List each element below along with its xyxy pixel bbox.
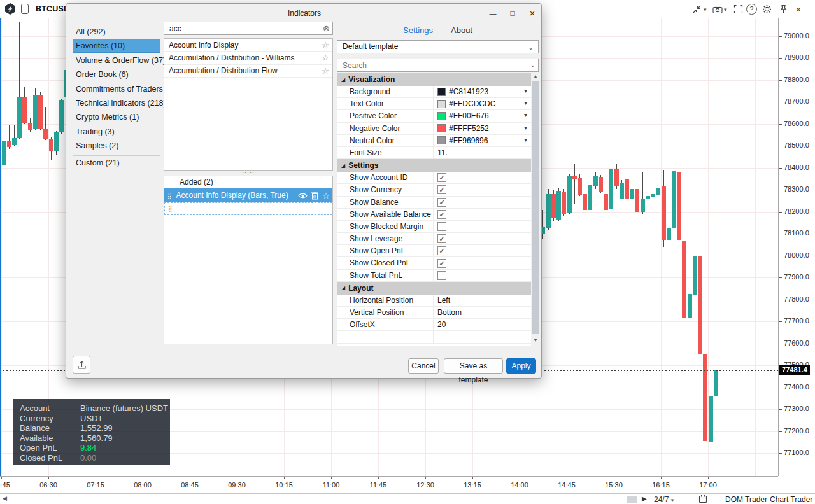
property-row[interactable]: Positive Color#FF00E676▾ (337, 110, 531, 122)
dropdown-caret-icon[interactable]: ▾ (524, 136, 527, 143)
dropdown-caret-icon[interactable]: ▾ (524, 111, 527, 118)
indicator-result-row[interactable]: Account Info Display☆ (164, 39, 332, 52)
apply-button[interactable]: Apply (506, 358, 536, 374)
section-header[interactable]: ◢Layout (337, 282, 531, 295)
property-row[interactable]: Horizontal PositionLeft (337, 295, 531, 307)
property-row[interactable] (337, 331, 531, 343)
delete-trash-icon[interactable] (311, 192, 318, 200)
category-item[interactable]: Volume & OrderFlow (37) (73, 53, 160, 67)
panel-resize-icon[interactable] (691, 4, 702, 15)
category-item[interactable]: Technical indicators (218) (73, 96, 160, 110)
checkbox[interactable]: ✓ (437, 173, 446, 182)
added-indicator-row[interactable]: ⣿ (164, 202, 332, 215)
checkbox[interactable]: ✓ (437, 210, 446, 219)
checkbox[interactable]: ✓ (437, 234, 446, 243)
calendar-icon[interactable] (698, 494, 707, 504)
maximize-button[interactable]: □ (503, 6, 522, 20)
property-row[interactable]: Negative Color#FFFF5252▾ (337, 123, 531, 135)
property-grid-scrollbar[interactable]: ▲ ▼ (532, 72, 539, 344)
dropdown-caret-icon[interactable]: ▾ (524, 124, 527, 131)
checkbox[interactable]: ✓ (437, 246, 446, 255)
scroll-left-icon[interactable]: ◀ (3, 495, 7, 501)
property-row[interactable]: Show Blocked Margin (337, 221, 531, 233)
property-row[interactable]: Show Balance✓ (337, 197, 531, 209)
chart-tab-icon[interactable] (21, 4, 29, 14)
color-swatch[interactable] (437, 100, 446, 108)
cancel-button[interactable]: Cancel (408, 358, 439, 374)
category-item[interactable]: Custom (21) (73, 155, 160, 170)
dom-trader-button[interactable]: DOM Trader (725, 495, 767, 504)
screenshot-icon[interactable] (712, 4, 723, 15)
property-row[interactable]: Show Currency✓ (337, 184, 531, 196)
tab-settings[interactable]: Settings (403, 25, 433, 35)
panel-resize-caret-icon[interactable]: ▾ (704, 6, 707, 13)
color-swatch[interactable] (437, 124, 446, 132)
minimize-button[interactable]: — (483, 6, 502, 20)
drag-handle-icon[interactable]: ⣿ (167, 192, 172, 199)
dialog-close-button[interactable]: × (523, 6, 542, 20)
property-row[interactable]: Background#C8141923▾ (337, 86, 531, 98)
category-item[interactable]: Commitments of Traders (4) (73, 82, 160, 96)
export-template-button[interactable] (73, 356, 90, 374)
indicators-dialog[interactable]: Indicators — □ × All (292)Favorites (10)… (66, 3, 542, 379)
category-item[interactable]: Order Book (6) (73, 67, 160, 81)
time-axis[interactable]: 05:4506:3007:1508:0008:4509:3010:1511:00… (0, 476, 778, 494)
property-row[interactable]: Font Size11. (337, 147, 531, 159)
settings-gear-icon[interactable] (761, 4, 772, 15)
drag-handle-icon[interactable]: ⣿ (168, 206, 173, 212)
color-swatch[interactable] (437, 112, 446, 120)
property-row[interactable]: Show Closed PnL✓ (337, 257, 531, 269)
section-header[interactable]: ◢Settings (337, 159, 531, 172)
category-item[interactable]: Favorites (10) (73, 39, 160, 53)
checkbox[interactable]: ✓ (437, 185, 446, 194)
favorite-star-icon[interactable]: ☆ (322, 66, 329, 76)
scrollbar-thumb[interactable] (532, 81, 539, 334)
fullscreen-icon[interactable] (732, 4, 744, 15)
category-item[interactable]: Crypto Metrics (1) (73, 110, 160, 124)
screenshot-caret-icon[interactable]: ▾ (724, 6, 727, 13)
clear-search-icon[interactable]: ⊗ (323, 24, 330, 33)
tab-about[interactable]: About (451, 25, 472, 35)
indicator-result-row[interactable]: Accumulation / Distribution Flow☆ (164, 65, 332, 78)
added-indicator-row[interactable]: ⣿Account Info Display (Bars, True)☆ (164, 188, 332, 202)
property-row[interactable]: Text Color#FFDCDCDC▾ (337, 98, 531, 110)
price-axis[interactable]: 79000.078900.078800.078700.078600.078500… (778, 18, 815, 476)
favorite-star-icon[interactable]: ☆ (322, 191, 330, 200)
property-row[interactable]: Neutral Color#FF969696▾ (337, 135, 531, 147)
account-info-overlay[interactable]: AccountBinance (futures) USDTCurrencyUSD… (13, 399, 170, 465)
scrollbar-thumb[interactable] (627, 496, 637, 503)
property-row[interactable]: Show Leverage✓ (337, 233, 531, 245)
play-forward-icon[interactable]: ▶ (642, 495, 647, 502)
indicator-result-row[interactable]: Accumulation / Distribution - Williams☆ (164, 52, 332, 64)
favorite-star-icon[interactable]: ☆ (322, 40, 329, 50)
category-item[interactable]: All (292) (73, 25, 160, 39)
save-as-template-button[interactable]: Save as template (444, 358, 503, 374)
session-selector[interactable]: 24/7 ▾ (654, 495, 674, 504)
property-row[interactable]: Show Account ID✓ (337, 172, 531, 184)
property-search-input[interactable] (337, 59, 539, 72)
template-select[interactable]: Default template ⌄ (337, 40, 539, 53)
checkbox[interactable] (437, 271, 446, 280)
dropdown-caret-icon[interactable]: ▾ (524, 99, 527, 106)
property-row[interactable]: Show Total PnL (337, 270, 531, 282)
visibility-eye-icon[interactable] (298, 192, 308, 199)
color-swatch[interactable] (437, 136, 446, 144)
property-row[interactable]: Show Available Balance✓ (337, 209, 531, 221)
close-icon[interactable]: × (793, 4, 804, 15)
checkbox[interactable] (437, 222, 446, 231)
scroll-up-icon[interactable]: ▲ (532, 72, 539, 80)
indicator-search-input[interactable] (164, 22, 333, 35)
chart-trader-button[interactable]: Chart Trader (770, 495, 812, 504)
property-row[interactable]: Vertical PositionBottom (337, 307, 531, 319)
color-swatch[interactable] (437, 88, 446, 96)
favorite-star-icon[interactable]: ☆ (322, 53, 329, 62)
section-header[interactable]: ◢Visualization (337, 73, 531, 86)
checkbox[interactable]: ✓ (437, 259, 446, 268)
property-row[interactable]: Show Open PnL✓ (337, 245, 531, 257)
list-splitter-handle[interactable]: ····· (164, 171, 333, 176)
pin-icon[interactable] (777, 4, 789, 15)
property-row[interactable]: OffsetX20 (337, 319, 531, 331)
checkbox[interactable]: ✓ (437, 198, 446, 207)
help-icon[interactable]: ? (746, 4, 757, 15)
scroll-down-icon[interactable]: ▼ (532, 336, 539, 344)
